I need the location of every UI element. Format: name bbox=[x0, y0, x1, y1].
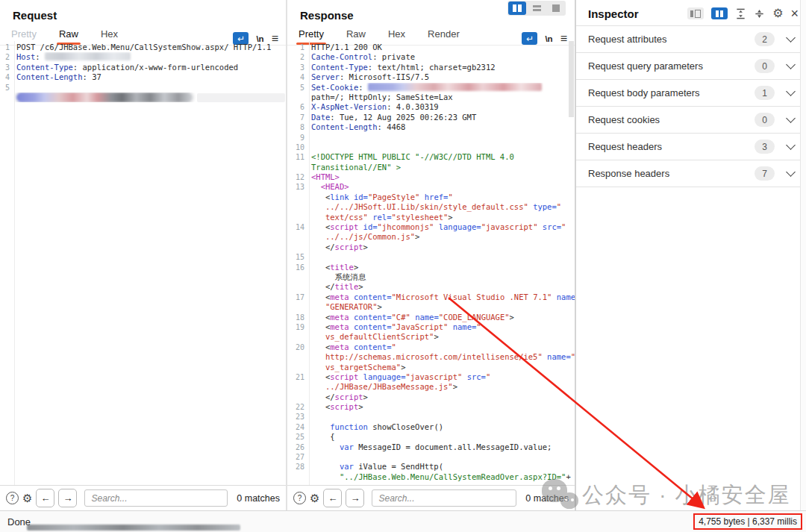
response-search-input[interactable] bbox=[372, 489, 516, 507]
chevron-down-icon[interactable] bbox=[786, 113, 796, 123]
search-previous-button[interactable]: ← bbox=[36, 489, 54, 507]
editor-line: 11<!DOCTYPE HTML PUBLIC "-//W3C//DTD HTM… bbox=[287, 152, 575, 162]
chevron-down-icon[interactable] bbox=[786, 87, 796, 96]
editor-line: 24 function showCloseOver() bbox=[287, 422, 575, 432]
chevron-down-icon[interactable] bbox=[786, 60, 796, 69]
section-count-badge: 2 bbox=[755, 32, 775, 46]
line-content: <title> bbox=[308, 263, 575, 272]
search-previous-button[interactable]: ← bbox=[323, 489, 342, 507]
inspector-scrollbar[interactable] bbox=[800, 0, 806, 510]
line-content: <link id="PageStyle" href=" bbox=[308, 193, 575, 202]
line-number: 18 bbox=[287, 313, 308, 322]
expand-all-icon[interactable] bbox=[735, 8, 746, 19]
rows-layout-button[interactable] bbox=[528, 1, 546, 15]
editor-line: 18 <meta content="C#" name="CODE_LANGUAG… bbox=[287, 313, 575, 322]
line-content: text/css" rel="stylesheet"> bbox=[308, 213, 575, 222]
request-search-input[interactable] bbox=[84, 489, 228, 507]
search-next-button[interactable]: → bbox=[58, 489, 77, 507]
editor-line: 26 var MessageID = document.all.MessageI… bbox=[287, 442, 575, 452]
inspector-section-request-headers[interactable]: Request headers3 bbox=[576, 134, 806, 160]
line-content: ../../JHSoft.UI.Lib/skin/style_default.c… bbox=[308, 202, 575, 212]
line-number bbox=[287, 382, 308, 392]
line-number bbox=[0, 93, 13, 102]
inspector-section-response-headers[interactable]: Response headers7 bbox=[576, 160, 806, 187]
inspector-dock-side-icon[interactable] bbox=[687, 7, 704, 19]
inspector-split-view-icon[interactable] bbox=[711, 7, 728, 19]
line-content bbox=[308, 412, 575, 422]
line-content: 系统消息 bbox=[308, 272, 575, 282]
line-number: 5 bbox=[287, 83, 308, 93]
search-settings-gear-icon[interactable]: ⚙ bbox=[22, 492, 32, 504]
editor-line: http://schemas.microsoft.com/intellisens… bbox=[287, 352, 575, 362]
inspector-settings-gear-icon[interactable]: ⚙ bbox=[772, 7, 783, 19]
inspector-section-request-attributes[interactable]: Request attributes2 bbox=[576, 26, 806, 53]
request-editor[interactable]: 1POST /c6/JHBase.Web.Menu/CallSystemShow… bbox=[0, 41, 286, 486]
line-number: 2 bbox=[0, 52, 13, 62]
request-panel-title: Request bbox=[13, 9, 57, 22]
gutter-divider bbox=[14, 41, 15, 486]
section-label: Request attributes bbox=[588, 34, 667, 45]
editor-line: </title> bbox=[287, 282, 575, 292]
search-settings-gear-icon[interactable]: ⚙ bbox=[310, 492, 319, 504]
line-content: <meta content="C#" name="CODE_LANGUAGE"> bbox=[308, 313, 575, 322]
line-content: Content-Type: application/x-www-form-url… bbox=[13, 63, 286, 72]
response-scrollbar-thumb[interactable] bbox=[569, 41, 574, 117]
editor-line: 17 <meta content="Microsoft Visual Studi… bbox=[287, 292, 575, 302]
line-number bbox=[287, 302, 308, 312]
line-number bbox=[287, 472, 308, 482]
collapse-all-icon[interactable] bbox=[754, 8, 765, 19]
burp-http-message-view: Request Pretty Raw Hex ↵ \n ≡ 1POST /c6/… bbox=[0, 0, 806, 532]
request-search-bar: ? ⚙ ← → 0 matches bbox=[0, 485, 286, 510]
columns-layout-button[interactable] bbox=[508, 1, 526, 15]
chevron-down-icon[interactable] bbox=[786, 33, 796, 43]
request-panel: Request Pretty Raw Hex ↵ \n ≡ 1POST /c6/… bbox=[0, 0, 287, 510]
line-number bbox=[287, 332, 308, 342]
line-number: 19 bbox=[287, 322, 308, 332]
editor-line: 28 var iValue = SendHttp( bbox=[287, 462, 575, 472]
line-content: <meta content="JavaScript" name=" bbox=[308, 322, 575, 332]
line-content: HTTP/1.1 200 OK bbox=[308, 43, 575, 52]
line-content: Server: Microsoft-IIS/7.5 bbox=[308, 72, 575, 82]
line-content: path=/; HttpOnly; SameSite=Lax bbox=[308, 93, 575, 102]
single-pane-layout-button[interactable] bbox=[547, 1, 565, 15]
line-number: 12 bbox=[287, 172, 308, 182]
search-help-icon[interactable]: ? bbox=[6, 492, 19, 504]
inspector-close-icon[interactable]: × bbox=[790, 7, 799, 20]
section-count-badge: 3 bbox=[755, 140, 775, 154]
line-number bbox=[287, 282, 308, 292]
inspector-toolbar: ⚙ × bbox=[687, 7, 799, 20]
line-number: 13 bbox=[287, 182, 308, 192]
line-content: </title> bbox=[308, 282, 575, 292]
section-count-badge: 1 bbox=[755, 86, 775, 100]
line-number: 27 bbox=[287, 452, 308, 462]
redacted-blur bbox=[197, 93, 285, 102]
line-content: var MessageID = document.all.MessageID.v… bbox=[308, 442, 575, 452]
editor-line: 23 bbox=[287, 412, 575, 422]
inspector-section-request-cookies[interactable]: Request cookies0 bbox=[576, 107, 806, 134]
inspector-panel: Inspector ⚙ × Request attribut bbox=[576, 0, 806, 510]
line-content: ../JHBase/JHBaseMessage.js"> bbox=[308, 382, 575, 392]
editor-line: 7Date: Tue, 12 Aug 2025 00:26:23 GMT bbox=[287, 113, 575, 122]
response-editor[interactable]: 1HTTP/1.1 200 OK2Cache-Control: private3… bbox=[287, 41, 575, 486]
line-content: vs_defaultClientScript"> bbox=[308, 332, 575, 342]
line-number: 25 bbox=[287, 432, 308, 442]
chevron-down-icon[interactable] bbox=[786, 140, 796, 150]
chevron-down-icon[interactable] bbox=[786, 167, 796, 177]
editor-line: 5 bbox=[0, 83, 286, 93]
editor-line: Transitional//EN" > bbox=[287, 163, 575, 172]
line-number: 1 bbox=[287, 43, 308, 52]
inspector-section-request-query-parameters[interactable]: Request query parameters0 bbox=[576, 53, 806, 80]
request-search-matches: 0 matches bbox=[237, 493, 280, 504]
line-number bbox=[287, 392, 308, 402]
line-content bbox=[308, 133, 575, 143]
editor-line: 9 bbox=[287, 133, 575, 143]
line-content: X-AspNet-Version: 4.0.30319 bbox=[308, 102, 575, 112]
editor-line: </script> bbox=[287, 242, 575, 252]
inspector-section-request-body-parameters[interactable]: Request body parameters1 bbox=[576, 80, 806, 107]
line-content: function showCloseOver() bbox=[308, 422, 575, 432]
search-help-icon[interactable]: ? bbox=[293, 492, 306, 504]
editor-line: "../JHBase.Web.Menu/CallSystemReadOver.a… bbox=[287, 472, 575, 482]
line-number: 15 bbox=[287, 252, 308, 262]
search-next-button[interactable]: → bbox=[346, 489, 364, 507]
editor-line: 2Cache-Control: private bbox=[287, 52, 575, 62]
